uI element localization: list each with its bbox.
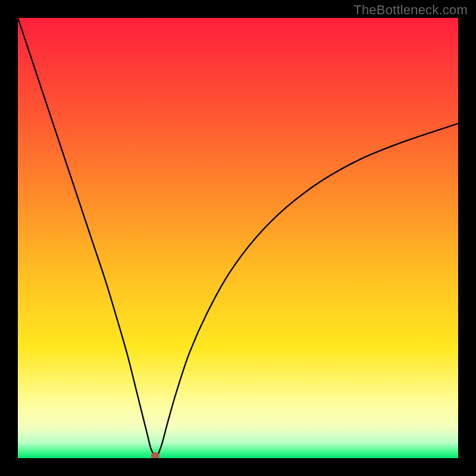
watermark-text: TheBottleneck.com	[353, 2, 468, 18]
plot-area	[18, 18, 458, 458]
chart-container: TheBottleneck.com	[0, 0, 476, 476]
bottleneck-curve	[18, 18, 458, 456]
optimum-marker	[151, 452, 159, 458]
curve-layer	[18, 18, 458, 458]
